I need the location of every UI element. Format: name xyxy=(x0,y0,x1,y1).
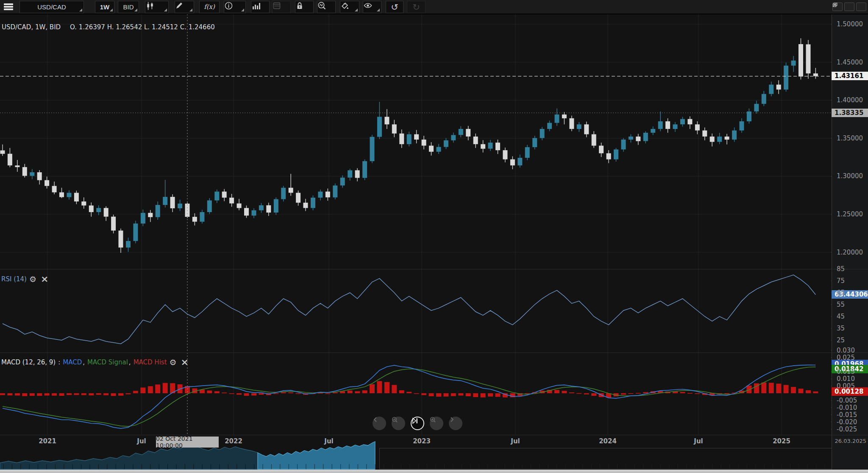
rsi-tick-label: 65 xyxy=(837,289,845,297)
macd-line-label: MACD xyxy=(63,358,82,366)
macd-close-icon[interactable]: × xyxy=(181,358,189,367)
time-tick-label: 2022 xyxy=(225,437,242,445)
chart-canvas[interactable] xyxy=(0,0,868,473)
rsi-title: RSI (14) xyxy=(1,275,27,283)
legend-ohlc: O. 1.26397 H. 1.26542 L. 1.24512 C. 1.24… xyxy=(70,23,215,31)
time-tick-label: Jul xyxy=(511,437,520,445)
rsi-close-icon[interactable]: × xyxy=(41,274,48,284)
price-tick-label: 1.25000 xyxy=(837,210,863,218)
trading-chart-window: USD/CAD 1W BID f(x) xyxy=(0,0,868,473)
macd-tick-label: -0.015 xyxy=(837,411,857,419)
step-forward-button[interactable] xyxy=(449,417,462,430)
crosshair-time-label: 02 Oct 2021 10:00:00 xyxy=(156,437,219,448)
toolbar-separator xyxy=(0,14,868,14)
rsi-settings-icon[interactable]: ⚙ xyxy=(29,275,36,283)
chart-legend: USD/CAD, 1W, BIDO. 1.26397 H. 1.26542 L.… xyxy=(2,23,215,31)
macd-panel-separator xyxy=(0,353,868,353)
macd-tick-label: -0.020 xyxy=(837,418,857,426)
rsi-tick-label: 35 xyxy=(837,325,845,332)
price-tick-label: 1.45000 xyxy=(837,59,863,66)
macd-tick-label: -0.005 xyxy=(837,397,857,404)
macd-signal-label: MACD Signal xyxy=(87,358,128,366)
rsi-tick-label: 45 xyxy=(837,313,845,320)
price-tick-label: 1.30000 xyxy=(837,172,863,180)
axis-current-date: 26.03.2025 xyxy=(832,438,866,444)
zoom-out-button[interactable] xyxy=(392,417,405,430)
legend-symbol: USD/CAD, 1W, BID xyxy=(2,23,61,31)
comma: , xyxy=(129,358,131,366)
price-tick-label: 1.40000 xyxy=(837,96,863,104)
time-tick-label: 2023 xyxy=(413,437,431,445)
rsi-tick-label: 85 xyxy=(837,265,845,273)
zoom-in-icon xyxy=(430,417,436,423)
macd-header: MACD (12, 26, 9) : MACD, MACD Signal, MA… xyxy=(1,358,189,367)
macd-tick-label: -0.025 xyxy=(837,425,857,433)
macd-settings-icon[interactable]: ⚙ xyxy=(170,358,177,367)
macd-colon: : xyxy=(58,358,60,366)
macd-tick-label: -0.010 xyxy=(837,404,857,411)
rsi-tick-label: 25 xyxy=(837,336,845,344)
zoom-out-icon xyxy=(392,417,398,423)
arrow-right-icon xyxy=(449,417,455,423)
horizontal-scrollbar[interactable] xyxy=(0,470,868,473)
macd-tick-label: 0.005 xyxy=(837,382,855,390)
rsi-header: RSI (14) ⚙ × xyxy=(1,274,48,284)
macd-tick-label: 0.030 xyxy=(837,347,855,354)
macd-tick-label: 0.025 xyxy=(837,354,855,361)
macd-tick-label: 0.015 xyxy=(837,368,855,375)
comma: , xyxy=(83,358,85,366)
time-tick-label: 2021 xyxy=(39,437,56,445)
time-tick-label: 2025 xyxy=(773,437,790,445)
go-to-end-button[interactable] xyxy=(411,417,424,430)
time-tick-label: Jul xyxy=(694,437,703,445)
time-tick-label: Jul xyxy=(324,437,333,445)
step-back-button[interactable] xyxy=(373,417,386,430)
price-tick-label: 1.35000 xyxy=(837,134,863,142)
zoom-in-button[interactable] xyxy=(430,417,443,430)
rsi-panel-separator xyxy=(0,269,868,269)
rsi-tick-label: 75 xyxy=(837,277,845,285)
play-to-end-icon xyxy=(412,417,418,424)
time-tick-label: 2024 xyxy=(599,437,617,445)
arrow-left-icon xyxy=(373,417,378,423)
price-tick-label: 1.20000 xyxy=(837,249,863,256)
price-tick-label: 1.50000 xyxy=(837,20,863,28)
macd-hist-label: MACD Hist xyxy=(134,358,167,366)
macd-title: MACD (12, 26, 9) xyxy=(1,358,56,366)
rsi-tick-label: 55 xyxy=(837,301,845,308)
navigator[interactable] xyxy=(0,448,868,470)
last-price-label: 1.43161 xyxy=(832,72,868,80)
crosshair-price-label: 1.38335 xyxy=(832,109,868,117)
macd-tick-label: 0.010 xyxy=(837,375,855,383)
time-tick-label: Jul xyxy=(137,437,146,445)
